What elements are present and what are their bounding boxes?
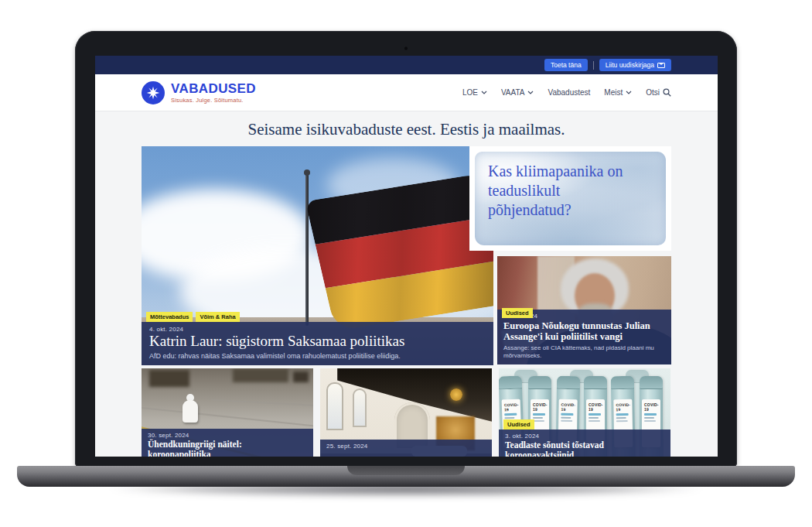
- brand-tagline: Sisukas. Julge. Sõltumatu.: [171, 97, 256, 104]
- brand-name: VABADUSED: [171, 82, 256, 95]
- article-date: 30. sept. 2024: [148, 432, 307, 439]
- vial-label-text: COVID-19: [561, 402, 575, 412]
- nav-item-otsi-label: Otsi: [646, 88, 660, 97]
- nav-item-meist-label: Meist: [604, 88, 623, 97]
- laptop-screen: Toeta täna Liitu uudiskirjaga: [95, 56, 718, 457]
- covid-article-overlay: 3. okt. 2024 Teadlaste sõnutsi tõstavad …: [499, 429, 670, 457]
- page-content: Seisame isikuvabaduste eest. Eestis ja m…: [95, 111, 718, 457]
- article-excerpt: AfD edu: rahvas näitas Saksamaa valimist…: [149, 352, 486, 360]
- site-mission-headline: Seisame isikuvabaduste eest. Eestis ja m…: [95, 119, 718, 139]
- nav-item-vabadustest[interactable]: Vabadustest: [548, 88, 590, 97]
- topbar-divider: [593, 61, 594, 70]
- sunburst-shape: [450, 388, 462, 401]
- donate-button-label: Toeta täna: [551, 62, 582, 69]
- hazmat-figure-shape: [182, 394, 199, 426]
- chevron-down-icon: [527, 91, 534, 94]
- tag-badge[interactable]: Mõttevabadus: [146, 312, 193, 322]
- featured-article-card[interactable]: Mõttevabadus Võim & Raha 4. okt. 2024 Ka…: [142, 146, 493, 365]
- laptop-base: [17, 466, 795, 487]
- vial-label-text: COVID-19: [616, 402, 630, 412]
- hero-top-row: Mõttevabadus Võim & Raha 4. okt. 2024 Ka…: [142, 146, 671, 365]
- article-date: 4. okt. 2024: [149, 326, 486, 333]
- laptop-frame: Toeta täna Liitu uudiskirjaga: [75, 31, 737, 467]
- climate-feature-card[interactable]: Kas kliimapaanika on teaduslikult põhjen…: [469, 146, 671, 251]
- chevron-down-icon: [626, 91, 632, 94]
- donate-button[interactable]: Toeta täna: [544, 59, 588, 72]
- webcam-dot: [404, 46, 408, 50]
- featured-article-tags: Mõttevabadus Võim & Raha: [146, 312, 240, 322]
- nav-item-meist[interactable]: Meist: [604, 88, 632, 97]
- church-article-card[interactable]: 25. sept. 2024: [320, 368, 492, 457]
- article-title: Ühendkuningriigi näitel: koroonapoliitik…: [148, 440, 307, 457]
- site-logo[interactable]: VABADUSED Sisukas. Julge. Sõltumatu.: [142, 81, 256, 104]
- uk-article-overlay: 30. sept. 2024 Ühendkuningriigi näitel: …: [142, 429, 313, 457]
- newsletter-button-label: Liitu uudiskirjaga: [606, 62, 654, 69]
- featured-article-overlay: 4. okt. 2024 Katrin Laur: sügistorm Saks…: [142, 322, 493, 365]
- top-bar: Toeta täna Liitu uudiskirjaga: [95, 56, 718, 74]
- site-header: VABADUSED Sisukas. Julge. Sõltumatu. LOE…: [95, 74, 718, 111]
- article-date: 25. sept. 2024: [326, 443, 486, 450]
- tag-badge[interactable]: Uudised: [503, 419, 534, 429]
- vial-label-text: COVID-19: [644, 402, 659, 412]
- chevron-down-icon: [481, 91, 487, 94]
- vial-label-text: COVID-19: [504, 402, 519, 412]
- nav-item-loe[interactable]: LOE: [462, 88, 487, 97]
- envelope-icon: [657, 63, 665, 68]
- nav-item-vabadustest-label: Vabadustest: [548, 88, 590, 97]
- vial-label-text: COVID-19: [533, 402, 548, 412]
- article-title: Katrin Laur: sügistorm Saksamaa poliitik…: [149, 333, 486, 350]
- flagpole-shape: [305, 174, 309, 326]
- nav-item-vaata-label: VAATA: [501, 88, 525, 97]
- laptop-mockup: Toeta täna Liitu uudiskirjaga: [0, 0, 812, 527]
- tag-badge[interactable]: Uudised: [502, 308, 533, 318]
- uk-article-card[interactable]: 30. sept. 2024 Ühendkuningriigi näitel: …: [142, 368, 313, 457]
- newsletter-button[interactable]: Liitu uudiskirjaga: [599, 59, 671, 72]
- article-title: Euroopa Nõukogu tunnustas Julian Assange…: [503, 320, 665, 342]
- assange-article-card[interactable]: Uudised 4. okt. 2024 Euroopa Nõukogu tun…: [497, 256, 671, 364]
- climate-card-title: Kas kliimapaanika on teaduslikult põhjen…: [488, 162, 643, 221]
- tag-badge[interactable]: Võim & Raha: [196, 312, 239, 322]
- church-article-overlay: 25. sept. 2024: [320, 440, 492, 457]
- article-excerpt: Assange: see oli CIA kättemaks, nad pida…: [503, 344, 665, 360]
- nav-item-vaata[interactable]: VAATA: [501, 88, 534, 97]
- hero-right-column: Kas kliimapaanika on teaduslikult põhjen…: [497, 146, 671, 365]
- article-title: Teadlaste sõnutsi tõstavad koroonavaktsi…: [505, 440, 664, 457]
- nav-item-otsi[interactable]: Otsi: [646, 88, 671, 97]
- search-icon: [663, 88, 671, 97]
- laptop-lid-notch: [347, 466, 465, 475]
- star-logo-icon: [142, 81, 165, 104]
- hero-grid: Mõttevabadus Võim & Raha 4. okt. 2024 Ka…: [142, 146, 671, 457]
- covid-article-card[interactable]: COVID-19 COVID-19 COVID-19 COVID-19: [499, 368, 670, 457]
- hero-bottom-row: 30. sept. 2024 Ühendkuningriigi näitel: …: [142, 368, 671, 457]
- vial-label-text: COVID-19: [589, 402, 603, 412]
- nav-item-loe-label: LOE: [462, 88, 478, 97]
- article-date: 3. okt. 2024: [505, 433, 664, 440]
- main-nav: LOE VAATA Vabadustest Meist: [462, 88, 671, 97]
